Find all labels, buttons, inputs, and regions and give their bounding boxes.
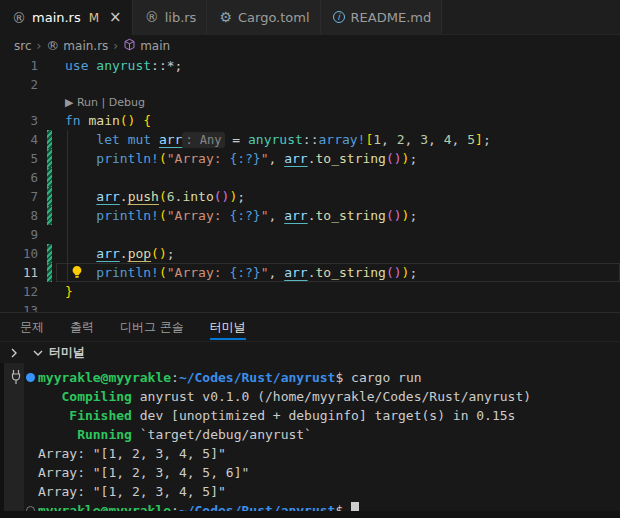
tab-lib-rs[interactable]: ®lib.rs xyxy=(133,0,208,35)
rust-icon: ® xyxy=(12,11,26,25)
terminal-line: Compiling anyrust v0.1.0 (/home/myyrakle… xyxy=(24,387,620,406)
code-line-7[interactable]: 7 arr.push(6.into()); xyxy=(0,187,620,206)
rust-icon: ® xyxy=(46,38,59,53)
panel-tab-[interactable]: 디버그 콘솔 xyxy=(120,313,184,341)
terminal-line: myyrakle@myyrakle:~/Codes/Rust/anyrust$ … xyxy=(24,368,620,387)
codelens-row: ▶ Run | Debug xyxy=(0,94,620,111)
breadcrumb-label: src xyxy=(14,39,32,53)
play-icon[interactable]: ▶ xyxy=(65,96,77,109)
plug-icon xyxy=(8,369,24,387)
code-text: arr.push(6.into()); xyxy=(65,187,245,206)
code-text: println!("Array: {:?}", arr.to_string())… xyxy=(65,263,417,282)
tab-readme-md[interactable]: iREADME.md xyxy=(321,0,443,35)
code-line-3[interactable]: 3fn main() { xyxy=(0,111,620,130)
tab-cargo-toml[interactable]: ⚙Cargo.toml xyxy=(207,0,320,35)
code-line-8[interactable]: 8 println!("Array: {:?}", arr.to_string(… xyxy=(0,206,620,225)
gear-icon: ⚙ xyxy=(219,10,232,24)
tab-bar-filler xyxy=(442,0,620,35)
editor-tab-bar: ®main.rsM×®lib.rs⚙Cargo.tomliREADME.md xyxy=(0,0,620,35)
breadcrumb-separator-icon: › xyxy=(37,39,42,53)
command-decoration-icon[interactable] xyxy=(26,373,35,382)
line-number: 2 xyxy=(0,77,45,92)
code-line-9[interactable]: 9 xyxy=(0,225,620,244)
tab-label: Cargo.toml xyxy=(238,10,310,25)
line-number: 6 xyxy=(0,170,45,185)
line-number: 9 xyxy=(0,227,45,242)
code-text: use anyrust::*; xyxy=(65,56,182,75)
code-line-2[interactable]: 2 xyxy=(0,75,620,94)
terminal-output[interactable]: myyrakle@myyrakle:~/Codes/Rust/anyrust$ … xyxy=(24,363,620,511)
code-text: println!("Array: {:?}", arr.to_string())… xyxy=(65,206,417,225)
codelens-debug-link[interactable]: Debug xyxy=(109,96,145,109)
code-line-1[interactable]: 1use anyrust::*; xyxy=(0,56,620,75)
tab-label: lib.rs xyxy=(165,10,197,25)
modified-badge: M xyxy=(89,11,99,25)
chevron-right-icon[interactable] xyxy=(9,348,19,358)
line-number: 10 xyxy=(0,246,45,261)
line-number: 5 xyxy=(0,151,45,166)
info-icon: i xyxy=(333,11,345,23)
line-number: 13 xyxy=(0,303,45,312)
breadcrumb-label: main.rs xyxy=(63,39,108,53)
terminal-line: Array: "[1, 2, 3, 4, 5]" xyxy=(24,482,620,501)
terminal-panel: myyrakle@myyrakle:~/Codes/Rust/anyrust$ … xyxy=(0,363,620,511)
codelens-run-link[interactable]: Run xyxy=(77,96,98,109)
code-text: let mut arr: Any = anyrust::array![1, 2,… xyxy=(65,130,491,150)
panel-tab-[interactable]: 출력 xyxy=(70,313,94,341)
close-icon[interactable]: × xyxy=(109,10,122,25)
git-change-bar xyxy=(47,244,52,263)
git-change-bar xyxy=(47,130,52,149)
breadcrumb-item-main[interactable]: main xyxy=(123,38,170,54)
codelens: ▶ Run | Debug xyxy=(65,96,145,109)
code-editor[interactable]: 1use anyrust::*;2▶ Run | Debug3fn main()… xyxy=(0,56,620,312)
breadcrumb-separator-icon: › xyxy=(113,39,118,53)
lightbulb-icon[interactable] xyxy=(70,265,85,280)
panel-bottom-edge xyxy=(0,511,620,518)
line-number: 7 xyxy=(0,189,45,204)
terminal-gutter xyxy=(0,363,24,511)
terminal-line: Array: "[1, 2, 3, 4, 5]" xyxy=(24,444,620,463)
git-change-bar xyxy=(47,149,52,168)
tab-label: README.md xyxy=(351,10,432,25)
git-change-bar xyxy=(47,263,52,282)
line-number: 11 xyxy=(0,265,45,280)
panel-tab-terminal-active[interactable]: 터미널 xyxy=(210,313,246,341)
codelens-separator: | xyxy=(98,96,109,109)
code-line-11[interactable]: 11 println!("Array: {:?}", arr.to_string… xyxy=(0,263,620,282)
terminal-section-header[interactable]: 터미널 xyxy=(0,341,620,363)
terminal-section-title: 터미널 xyxy=(49,344,85,361)
breadcrumb-item-main-rs[interactable]: ®main.rs xyxy=(46,38,108,53)
terminal-line: Finished dev [unoptimized + debuginfo] t… xyxy=(24,406,620,425)
symbol-cube-icon xyxy=(123,38,136,54)
code-line-10[interactable]: 10 arr.pop(); xyxy=(0,244,620,263)
code-line-12[interactable]: 12} xyxy=(0,282,620,301)
code-line-6[interactable]: 6 xyxy=(0,168,620,187)
rust-icon: ® xyxy=(145,10,159,24)
tab-main-rs[interactable]: ®main.rsM× xyxy=(0,0,133,35)
breadcrumb-item-src[interactable]: src xyxy=(14,39,32,53)
code-line-4[interactable]: 4 let mut arr: Any = anyrust::array![1, … xyxy=(0,130,620,149)
line-number: 4 xyxy=(0,132,45,147)
code-text: println!("Array: {:?}", arr.to_string())… xyxy=(65,149,417,168)
line-number: 12 xyxy=(0,284,45,299)
terminal-line: Running `target/debug/anyrust` xyxy=(24,425,620,444)
line-number: 3 xyxy=(0,113,45,128)
git-change-bar xyxy=(47,187,52,206)
panel-tab-bar: 문제출력디버그 콘솔터미널 xyxy=(0,312,620,341)
code-text: fn main() { xyxy=(65,111,151,130)
breadcrumb: src›®main.rs›main xyxy=(0,35,620,56)
code-text: arr.pop(); xyxy=(65,244,175,263)
breadcrumb-label: main xyxy=(140,39,170,53)
panel-tab-[interactable]: 문제 xyxy=(20,313,44,341)
code-line-13[interactable]: 13 xyxy=(0,301,620,312)
chevron-down-icon[interactable] xyxy=(33,348,43,358)
tab-label: main.rs xyxy=(32,10,81,25)
terminal-line: Array: "[1, 2, 3, 4, 5, 6]" xyxy=(24,463,620,482)
code-text: } xyxy=(65,282,73,301)
code-line-5[interactable]: 5 println!("Array: {:?}", arr.to_string(… xyxy=(0,149,620,168)
git-change-bar xyxy=(47,206,52,225)
line-number: 8 xyxy=(0,208,45,223)
line-number: 1 xyxy=(0,58,45,73)
git-change-bar xyxy=(47,168,52,187)
